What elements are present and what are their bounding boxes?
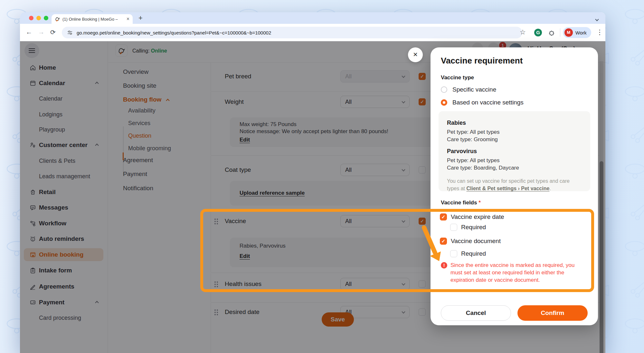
url-text: go.moego.pet/online_booking/new_settings…: [77, 30, 271, 35]
window-close-button[interactable]: [29, 16, 33, 20]
vaccine-type-label: Vaccine type: [441, 74, 474, 81]
cancel-button[interactable]: Cancel: [441, 305, 511, 321]
browser-menu-icon[interactable]: ⋮: [596, 28, 603, 36]
radio-based-on-vaccine-settings[interactable]: Based on vaccine settings: [441, 99, 524, 106]
toolbar-separator: [560, 28, 560, 37]
back-icon[interactable]: ←: [26, 28, 32, 36]
bookmark-star-icon[interactable]: ☆: [520, 28, 526, 36]
confirm-button[interactable]: Confirm: [517, 305, 588, 321]
radio-specific-vaccine[interactable]: Specific vaccine: [441, 86, 496, 93]
site-settings-icon[interactable]: [67, 30, 73, 35]
vaccine-settings-info-box: Rabies Pet type: All pet types Care type…: [439, 111, 590, 191]
browser-toolbar: ← → ⟳ go.moego.pet/online_booking/new_se…: [20, 24, 605, 41]
window-zoom-button[interactable]: [44, 16, 48, 20]
annotation-arrow: [417, 224, 452, 273]
profile-avatar: M: [564, 28, 573, 37]
tab-search-chevron-icon[interactable]: [596, 16, 598, 22]
grammarly-extension-icon[interactable]: G: [534, 29, 542, 36]
radio-icon[interactable]: [441, 86, 447, 93]
tab-title: (1) Online Booking | MoeGo –: [62, 17, 118, 22]
reload-icon[interactable]: ⟳: [50, 28, 56, 36]
profile-chip[interactable]: M Work: [563, 27, 591, 38]
tab-close-icon[interactable]: ×: [127, 16, 129, 22]
new-tab-button[interactable]: +: [138, 14, 143, 22]
address-bar[interactable]: go.moego.pet/online_booking/new_settings…: [62, 27, 522, 38]
profile-name: Work: [575, 30, 587, 35]
extensions-puzzle-icon[interactable]: [548, 29, 556, 36]
browser-tab[interactable]: (1) Online Booking | MoeGo – ×: [52, 14, 133, 24]
vaccine-name: Parvovirus: [447, 148, 582, 155]
annotation-highlight-box: [200, 209, 594, 292]
moego-favicon: [55, 16, 60, 22]
modal-close-button[interactable]: ×: [408, 47, 423, 62]
vaccine-settings-note: You can set up vaccine for specific pet …: [447, 177, 582, 192]
radio-selected-icon[interactable]: [441, 99, 447, 106]
tab-strip: (1) Online Booking | MoeGo – × +: [20, 12, 605, 24]
client-pet-settings-link[interactable]: Client & Pet settings › Pet vaccine: [466, 186, 549, 191]
required-asterisk: *: [478, 200, 481, 206]
modal-title: Vaccine requirement: [441, 56, 523, 66]
window-minimize-button[interactable]: [36, 16, 41, 20]
forward-icon[interactable]: →: [38, 28, 44, 36]
vaccine-fields-label: Vaccine fields *: [441, 200, 481, 206]
vaccine-name: Rabies: [447, 120, 582, 126]
